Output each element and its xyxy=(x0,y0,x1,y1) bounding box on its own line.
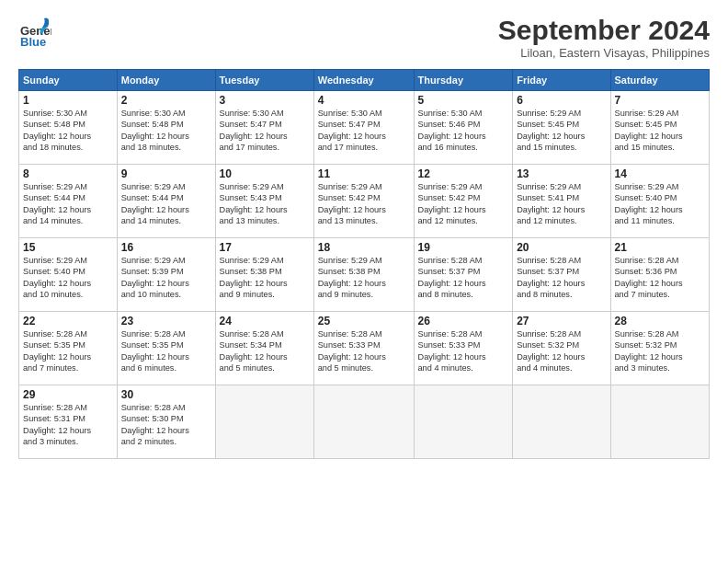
svg-text:Blue: Blue xyxy=(20,35,46,48)
day-info: Sunrise: 5:28 AMSunset: 5:37 PMDaylight:… xyxy=(517,255,606,301)
table-row: 16Sunrise: 5:29 AMSunset: 5:39 PMDayligh… xyxy=(117,238,215,312)
table-row: 21Sunrise: 5:28 AMSunset: 5:36 PMDayligh… xyxy=(610,238,710,312)
table-row: 5Sunrise: 5:30 AMSunset: 5:46 PMDaylight… xyxy=(414,91,513,165)
day-info: Sunrise: 5:28 AMSunset: 5:32 PMDaylight:… xyxy=(615,328,706,374)
calendar-table: Sunday Monday Tuesday Wednesday Thursday… xyxy=(18,69,710,459)
day-number: 27 xyxy=(517,315,606,327)
table-row xyxy=(414,385,513,459)
table-row: 3Sunrise: 5:30 AMSunset: 5:47 PMDaylight… xyxy=(215,91,313,165)
day-info: Sunrise: 5:29 AMSunset: 5:39 PMDaylight:… xyxy=(121,255,211,301)
day-info: Sunrise: 5:28 AMSunset: 5:35 PMDaylight:… xyxy=(23,328,113,374)
day-info: Sunrise: 5:29 AMSunset: 5:44 PMDaylight:… xyxy=(121,181,211,227)
col-friday: Friday xyxy=(513,70,610,91)
table-row: 9Sunrise: 5:29 AMSunset: 5:44 PMDaylight… xyxy=(117,165,215,238)
day-info: Sunrise: 5:28 AMSunset: 5:36 PMDaylight:… xyxy=(615,255,706,301)
day-info: Sunrise: 5:30 AMSunset: 5:48 PMDaylight:… xyxy=(23,108,113,154)
table-row: 12Sunrise: 5:29 AMSunset: 5:42 PMDayligh… xyxy=(414,165,513,238)
day-number: 26 xyxy=(418,315,509,327)
table-row xyxy=(513,385,610,459)
table-row: 30Sunrise: 5:28 AMSunset: 5:30 PMDayligh… xyxy=(117,385,215,459)
day-info: Sunrise: 5:29 AMSunset: 5:42 PMDaylight:… xyxy=(418,181,509,227)
day-number: 13 xyxy=(517,167,606,180)
day-number: 12 xyxy=(418,167,509,180)
day-number: 23 xyxy=(121,315,211,327)
day-info: Sunrise: 5:28 AMSunset: 5:30 PMDaylight:… xyxy=(121,402,211,448)
day-info: Sunrise: 5:29 AMSunset: 5:41 PMDaylight:… xyxy=(517,181,606,227)
table-row: 10Sunrise: 5:29 AMSunset: 5:43 PMDayligh… xyxy=(215,165,313,238)
day-number: 25 xyxy=(318,315,410,327)
month-title: September 2024 xyxy=(498,15,710,46)
col-saturday: Saturday xyxy=(610,70,710,91)
table-row: 8Sunrise: 5:29 AMSunset: 5:44 PMDaylight… xyxy=(19,165,118,238)
table-row: 15Sunrise: 5:29 AMSunset: 5:40 PMDayligh… xyxy=(19,238,118,312)
day-info: Sunrise: 5:30 AMSunset: 5:47 PMDaylight:… xyxy=(318,108,410,154)
day-number: 10 xyxy=(220,167,310,180)
logo: General Blue xyxy=(18,15,51,48)
day-info: Sunrise: 5:28 AMSunset: 5:32 PMDaylight:… xyxy=(517,328,606,374)
day-number: 6 xyxy=(517,94,606,107)
table-row: 6Sunrise: 5:29 AMSunset: 5:45 PMDaylight… xyxy=(513,91,610,165)
table-row: 1Sunrise: 5:30 AMSunset: 5:48 PMDaylight… xyxy=(19,91,118,165)
day-number: 14 xyxy=(615,167,706,180)
day-info: Sunrise: 5:29 AMSunset: 5:38 PMDaylight:… xyxy=(318,255,410,301)
day-number: 17 xyxy=(220,241,310,254)
table-row: 18Sunrise: 5:29 AMSunset: 5:38 PMDayligh… xyxy=(313,238,414,312)
day-number: 1 xyxy=(23,94,113,107)
day-number: 18 xyxy=(318,241,410,254)
table-row: 4Sunrise: 5:30 AMSunset: 5:47 PMDaylight… xyxy=(313,91,414,165)
day-info: Sunrise: 5:28 AMSunset: 5:33 PMDaylight:… xyxy=(318,328,410,374)
day-number: 11 xyxy=(318,167,410,180)
day-info: Sunrise: 5:28 AMSunset: 5:31 PMDaylight:… xyxy=(23,402,113,448)
table-row: 14Sunrise: 5:29 AMSunset: 5:40 PMDayligh… xyxy=(610,165,710,238)
table-row: 23Sunrise: 5:28 AMSunset: 5:35 PMDayligh… xyxy=(117,312,215,385)
day-info: Sunrise: 5:28 AMSunset: 5:33 PMDaylight:… xyxy=(418,328,509,374)
logo-icon: General Blue xyxy=(18,15,51,48)
table-row: 22Sunrise: 5:28 AMSunset: 5:35 PMDayligh… xyxy=(19,312,118,385)
day-number: 5 xyxy=(418,94,509,107)
day-info: Sunrise: 5:29 AMSunset: 5:40 PMDaylight:… xyxy=(615,181,706,227)
day-info: Sunrise: 5:30 AMSunset: 5:46 PMDaylight:… xyxy=(418,108,509,154)
table-row: 27Sunrise: 5:28 AMSunset: 5:32 PMDayligh… xyxy=(513,312,610,385)
day-number: 16 xyxy=(121,241,211,254)
col-thursday: Thursday xyxy=(414,70,513,91)
location: Liloan, Eastern Visayas, Philippines xyxy=(498,46,710,60)
day-info: Sunrise: 5:30 AMSunset: 5:47 PMDaylight:… xyxy=(220,108,310,154)
day-number: 30 xyxy=(121,388,211,401)
col-sunday: Sunday xyxy=(19,70,118,91)
day-info: Sunrise: 5:28 AMSunset: 5:34 PMDaylight:… xyxy=(220,328,310,374)
table-row: 24Sunrise: 5:28 AMSunset: 5:34 PMDayligh… xyxy=(215,312,313,385)
day-number: 9 xyxy=(121,167,211,180)
table-row: 20Sunrise: 5:28 AMSunset: 5:37 PMDayligh… xyxy=(513,238,610,312)
day-number: 8 xyxy=(23,167,113,180)
day-info: Sunrise: 5:29 AMSunset: 5:40 PMDaylight:… xyxy=(23,255,113,301)
day-number: 2 xyxy=(121,94,211,107)
table-row: 2Sunrise: 5:30 AMSunset: 5:48 PMDaylight… xyxy=(117,91,215,165)
table-row xyxy=(215,385,313,459)
calendar-week-row: 1Sunrise: 5:30 AMSunset: 5:48 PMDaylight… xyxy=(19,91,710,165)
table-row: 17Sunrise: 5:29 AMSunset: 5:38 PMDayligh… xyxy=(215,238,313,312)
day-number: 15 xyxy=(23,241,113,254)
col-monday: Monday xyxy=(117,70,215,91)
calendar-week-row: 22Sunrise: 5:28 AMSunset: 5:35 PMDayligh… xyxy=(19,312,710,385)
calendar-header-row: Sunday Monday Tuesday Wednesday Thursday… xyxy=(19,70,710,91)
day-number: 29 xyxy=(23,388,113,401)
calendar-week-row: 29Sunrise: 5:28 AMSunset: 5:31 PMDayligh… xyxy=(19,385,710,459)
col-wednesday: Wednesday xyxy=(313,70,414,91)
header: General Blue September 2024 Liloan, East… xyxy=(18,15,710,60)
table-row xyxy=(313,385,414,459)
day-info: Sunrise: 5:28 AMSunset: 5:35 PMDaylight:… xyxy=(121,328,211,374)
title-block: September 2024 Liloan, Eastern Visayas, … xyxy=(498,15,710,60)
table-row: 29Sunrise: 5:28 AMSunset: 5:31 PMDayligh… xyxy=(19,385,118,459)
calendar-week-row: 15Sunrise: 5:29 AMSunset: 5:40 PMDayligh… xyxy=(19,238,710,312)
day-info: Sunrise: 5:29 AMSunset: 5:44 PMDaylight:… xyxy=(23,181,113,227)
day-info: Sunrise: 5:29 AMSunset: 5:43 PMDaylight:… xyxy=(220,181,310,227)
day-info: Sunrise: 5:29 AMSunset: 5:45 PMDaylight:… xyxy=(615,108,706,154)
day-number: 28 xyxy=(615,315,706,327)
calendar-week-row: 8Sunrise: 5:29 AMSunset: 5:44 PMDaylight… xyxy=(19,165,710,238)
day-number: 3 xyxy=(220,94,310,107)
table-row: 25Sunrise: 5:28 AMSunset: 5:33 PMDayligh… xyxy=(313,312,414,385)
day-info: Sunrise: 5:29 AMSunset: 5:38 PMDaylight:… xyxy=(220,255,310,301)
page: General Blue September 2024 Liloan, East… xyxy=(0,0,728,563)
day-number: 21 xyxy=(615,241,706,254)
table-row: 19Sunrise: 5:28 AMSunset: 5:37 PMDayligh… xyxy=(414,238,513,312)
